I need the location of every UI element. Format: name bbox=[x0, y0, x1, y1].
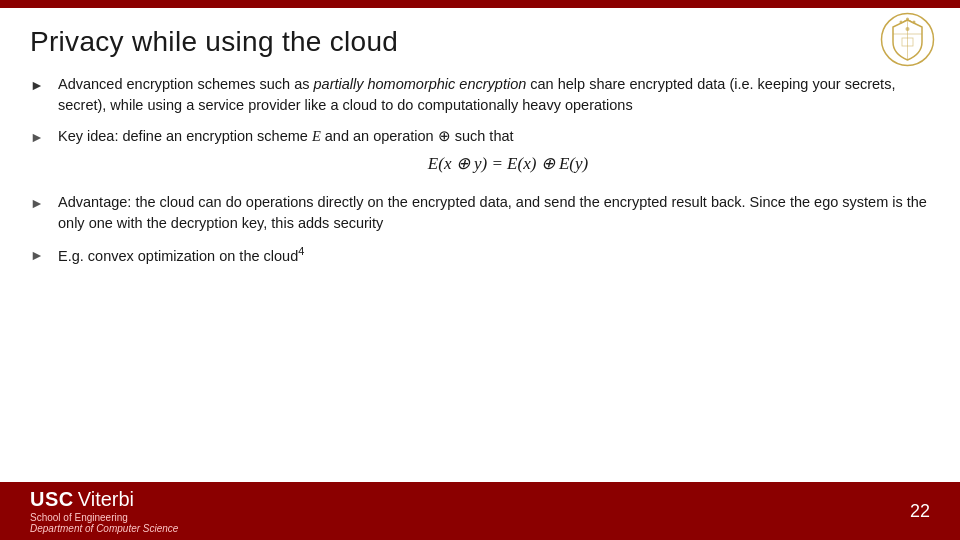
footer-subtitle2: Department of Computer Science bbox=[30, 523, 910, 534]
bullet-arrow-2: ► bbox=[30, 127, 52, 147]
bullet-item-2: ► Key idea: define an encryption scheme … bbox=[30, 126, 930, 182]
bullet-item-3: ► Advantage: the cloud can do operations… bbox=[30, 192, 930, 234]
bullet-arrow-4: ► bbox=[30, 245, 52, 265]
slide-title: Privacy while using the cloud bbox=[30, 26, 930, 58]
bullet-text-2: Key idea: define an encryption scheme E … bbox=[58, 126, 930, 182]
math-E: E bbox=[312, 128, 321, 144]
bullet-arrow-1: ► bbox=[30, 75, 52, 95]
bullet-list: ► Advanced encryption schemes such as pa… bbox=[30, 74, 930, 267]
footer-viterbi: Viterbi bbox=[78, 488, 134, 510]
footer-brand: USCViterbi bbox=[30, 488, 910, 511]
footer: USCViterbi School of Engineering Departm… bbox=[0, 482, 960, 540]
italic-encryption: partially homomorphic encryption bbox=[314, 76, 527, 92]
bullet-text-1: Advanced encryption schemes such as part… bbox=[58, 74, 930, 116]
bullet-arrow-3: ► bbox=[30, 193, 52, 213]
footer-subtitle1: School of Engineering bbox=[30, 512, 910, 523]
bullet-text-4: E.g. convex optimization on the cloud4 bbox=[58, 244, 930, 267]
top-bar bbox=[0, 0, 960, 8]
bullet-item-4: ► E.g. convex optimization on the cloud4 bbox=[30, 244, 930, 267]
footer-usc: USC bbox=[30, 488, 74, 510]
math-formula: E(x ⊕ y) = E(x) ⊕ E(y) bbox=[86, 152, 930, 177]
footer-left: USCViterbi School of Engineering Departm… bbox=[30, 488, 910, 534]
footer-page-number: 22 bbox=[910, 501, 930, 522]
footnote-4: 4 bbox=[298, 245, 304, 257]
bullet-text-3: Advantage: the cloud can do operations d… bbox=[58, 192, 930, 234]
slide-content: Privacy while using the cloud ► Advanced… bbox=[0, 8, 960, 480]
bullet-item-1: ► Advanced encryption schemes such as pa… bbox=[30, 74, 930, 116]
oplus-sym: ⊕ bbox=[438, 128, 451, 144]
